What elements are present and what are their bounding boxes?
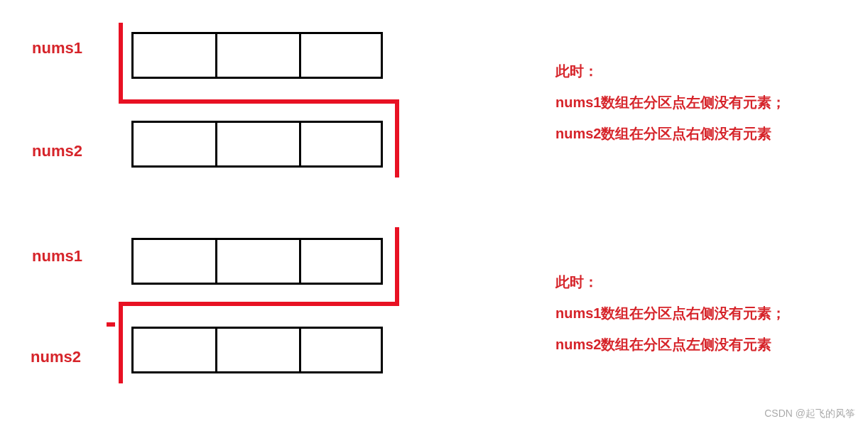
annotation-line: nums1数组在分区点左侧没有元素； xyxy=(555,87,786,118)
annotation-bottom: 此时： nums1数组在分区点右侧没有元素； nums2数组在分区点左侧没有元素 xyxy=(555,266,786,360)
label-nums2-bottom: nums2 xyxy=(31,348,81,366)
annotation-line: 此时： xyxy=(555,266,786,297)
array-nums2-bottom xyxy=(131,327,383,373)
partition-line-top xyxy=(395,99,399,178)
partition-line-top xyxy=(119,99,399,104)
partition-line-bottom xyxy=(119,302,123,383)
partition-line-top xyxy=(119,23,123,103)
partition-line-bottom xyxy=(395,227,399,305)
array-cell xyxy=(131,32,215,79)
array-cell xyxy=(299,327,383,373)
label-nums2-top: nums2 xyxy=(32,142,82,160)
array-cell xyxy=(299,238,383,285)
array-cell xyxy=(215,327,299,373)
annotation-line: nums2数组在分区点左侧没有元素 xyxy=(555,329,786,360)
annotation-line: nums2数组在分区点右侧没有元素 xyxy=(555,118,786,149)
watermark: CSDN @起飞的风筝 xyxy=(764,408,855,420)
array-cell xyxy=(299,32,383,79)
array-cell xyxy=(215,32,299,79)
array-cell xyxy=(131,327,215,373)
annotation-line: 此时： xyxy=(555,55,786,87)
partition-line-bottom xyxy=(119,302,399,306)
label-nums1-top: nums1 xyxy=(32,39,82,58)
array-nums1-top xyxy=(131,32,383,79)
array-cell xyxy=(299,121,383,168)
array-nums2-top xyxy=(131,121,383,168)
array-cell xyxy=(131,121,215,168)
array-cell xyxy=(131,238,215,285)
annotation-top: 此时： nums1数组在分区点左侧没有元素； nums2数组在分区点右侧没有元素 xyxy=(555,55,786,149)
label-nums1-bottom: nums1 xyxy=(32,247,82,266)
annotation-line: nums1数组在分区点右侧没有元素； xyxy=(555,297,786,329)
array-cell xyxy=(215,238,299,285)
array-nums1-bottom xyxy=(131,238,383,285)
array-cell xyxy=(215,121,299,168)
stray-mark xyxy=(107,322,115,327)
